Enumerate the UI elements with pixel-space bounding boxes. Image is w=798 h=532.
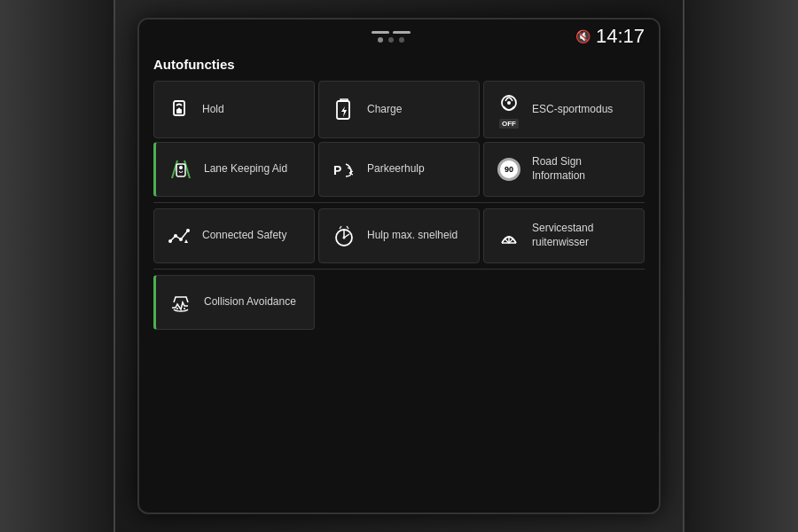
svg-text:P: P	[333, 163, 341, 177]
charge-icon	[328, 98, 360, 122]
park-label: Parkeerhulp	[367, 162, 425, 176]
charge-label: Charge	[367, 103, 402, 117]
tile-road[interactable]: 90 Road Sign Information	[483, 142, 645, 197]
grid-row-3: Connected Safety Hulp ma	[153, 208, 645, 263]
status-lines	[372, 31, 411, 34]
svg-point-10	[174, 234, 177, 238]
screen: 🔇 14:17 Autofuncties	[137, 18, 661, 514]
content-area: Autofuncties Hold	[139, 51, 659, 342]
connected-icon	[163, 223, 195, 248]
status-center	[372, 31, 411, 43]
collision-icon	[165, 290, 197, 315]
esc-label: ESC-sportmodus	[532, 103, 613, 117]
status-line-2	[393, 31, 411, 34]
time-display: 14:17	[596, 25, 645, 48]
tile-lane[interactable]: Lane Keeping Aid	[153, 142, 315, 197]
tile-collision[interactable]: Collision Avoidance	[153, 275, 315, 330]
left-pillar	[0, 0, 115, 532]
svg-point-14	[343, 237, 346, 239]
off-badge: OFF	[499, 119, 519, 129]
tile-charge[interactable]: Charge	[318, 81, 480, 138]
hold-label: Hold	[202, 103, 224, 117]
svg-point-2	[178, 107, 181, 110]
tile-esc[interactable]: OFF ESC-sportmodus	[483, 81, 645, 138]
grid-row-2: Lane Keeping Aid P Parkeerhulp	[153, 142, 645, 197]
svg-point-7	[179, 166, 183, 169]
hold-icon	[163, 98, 195, 122]
svg-point-11	[179, 238, 183, 241]
status-bar: 🔇 14:17	[139, 20, 659, 51]
mute-icon: 🔇	[575, 29, 591, 43]
park-icon: P	[328, 157, 360, 182]
tile-hulp[interactable]: Hulp max. snelheid	[318, 208, 480, 263]
grid-row-1: Hold Charge	[153, 81, 645, 138]
status-line-1	[372, 31, 389, 34]
tile-park[interactable]: P Parkeerhulp	[318, 142, 480, 197]
svg-point-9	[168, 239, 172, 243]
service-label: Servicestand ruitenwisser	[532, 222, 635, 249]
svg-point-5	[507, 101, 511, 105]
road-icon: 90	[493, 158, 525, 181]
status-dot-3	[399, 37, 404, 43]
esc-icon: OFF	[493, 90, 525, 129]
lane-icon	[165, 157, 197, 182]
right-pillar	[683, 0, 798, 532]
hulp-icon	[328, 223, 360, 248]
tile-hold[interactable]: Hold	[153, 81, 315, 138]
section-title: Autofuncties	[153, 57, 645, 72]
collision-label: Collision Avoidance	[204, 295, 296, 309]
tile-service[interactable]: Servicestand ruitenwisser	[483, 208, 645, 263]
status-dot-2	[388, 37, 394, 43]
service-icon	[493, 223, 525, 248]
speed-circle: 90	[497, 158, 520, 181]
lane-label: Lane Keeping Aid	[204, 162, 287, 176]
road-label: Road Sign Information	[532, 155, 635, 183]
tile-connected[interactable]: Connected Safety	[153, 208, 315, 263]
hulp-label: Hulp max. snelheid	[367, 229, 458, 243]
status-dot-1	[378, 37, 383, 43]
grid-row-4: Collision Avoidance	[153, 275, 645, 330]
divider-1	[153, 202, 645, 203]
outer-frame: 🔇 14:17 Autofuncties	[0, 0, 798, 532]
status-dots	[378, 37, 404, 43]
svg-point-12	[186, 229, 190, 232]
connected-label: Connected Safety	[202, 229, 286, 243]
status-right: 🔇 14:17	[575, 25, 645, 48]
divider-2	[153, 269, 645, 270]
